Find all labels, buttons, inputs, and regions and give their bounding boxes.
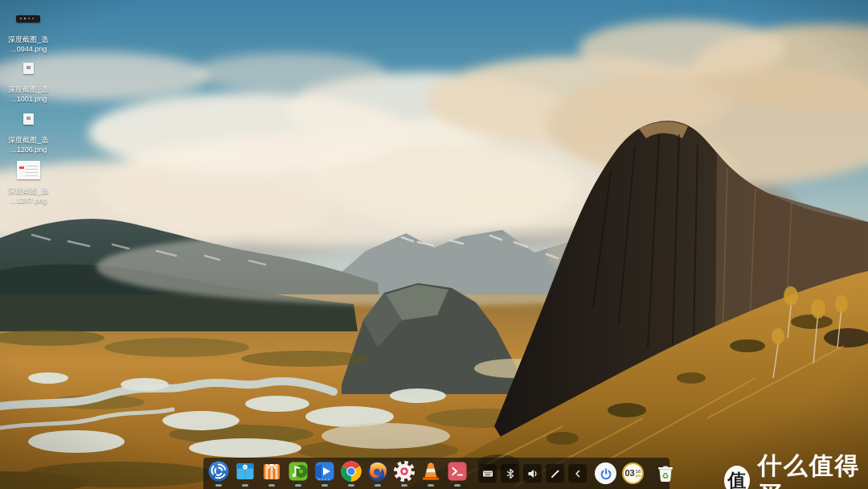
wallpaper-image xyxy=(0,0,868,489)
tray-bluetooth-button[interactable] xyxy=(501,464,519,483)
running-indicator xyxy=(401,484,407,487)
music-player-icon xyxy=(287,460,309,483)
file-thumbnail xyxy=(23,113,34,125)
file-name-line2: …0944.png xyxy=(10,44,47,54)
dock-app-music-player[interactable] xyxy=(287,458,309,488)
smzdm-watermark-text: 什么值得买 xyxy=(758,450,868,489)
collapse-left-icon xyxy=(572,468,583,479)
running-indicator xyxy=(295,484,301,487)
file-thumbnail xyxy=(16,15,40,23)
file-name-line1: 深度截图_选 xyxy=(8,186,48,195)
desktop-file-4[interactable]: 深度截图_选 …1247.png xyxy=(0,158,56,205)
dock-app-deepin-launcher[interactable] xyxy=(207,458,230,488)
vlc-icon xyxy=(420,460,442,483)
running-indicator xyxy=(375,484,381,487)
dock-app-firefox[interactable] xyxy=(366,458,389,488)
svg-text:♻: ♻ xyxy=(662,471,669,479)
dock-app-app-store[interactable] xyxy=(260,458,283,488)
tray-pen-button[interactable] xyxy=(546,464,564,483)
running-indicator xyxy=(454,484,461,487)
movie-player-icon xyxy=(313,460,336,483)
file-name-line2: …1247.png xyxy=(10,195,47,205)
file-name-line2: …1206.png xyxy=(10,145,47,154)
dock-app-file-manager[interactable] xyxy=(234,458,256,488)
clock-meridiem: pm xyxy=(636,474,641,478)
running-indicator xyxy=(428,484,434,487)
file-name-line1: 深度截图_选 xyxy=(8,35,48,44)
dock-tray-area xyxy=(478,464,587,483)
running-indicator xyxy=(348,484,354,487)
file-name-line1: 深度截图_选 xyxy=(8,84,48,94)
volume-icon xyxy=(527,468,538,479)
dock-app-area xyxy=(207,458,469,488)
bluetooth-icon xyxy=(505,468,516,479)
terminal-icon xyxy=(446,460,469,483)
clock-widget[interactable]: 03 16 pm xyxy=(622,462,644,484)
tray-volume-button[interactable] xyxy=(523,464,542,483)
dock-system-area: 03 16 pm ♻ xyxy=(595,462,677,485)
smzdm-watermark: 值 什么值得买 xyxy=(724,450,868,489)
pen-icon xyxy=(550,468,561,479)
running-indicator xyxy=(242,484,248,487)
power-icon xyxy=(600,467,612,480)
dock-app-terminal[interactable] xyxy=(446,458,469,488)
desktop-file-1[interactable]: 深度截图_选 …0944.png xyxy=(0,6,56,54)
desktop-file-3[interactable]: 深度截图_选 …1206.png xyxy=(0,107,56,154)
running-indicator xyxy=(321,484,328,487)
file-name-line1: 深度截图_选 xyxy=(8,135,48,145)
dock-app-movie-player[interactable] xyxy=(313,458,336,488)
tray-keyboard-button[interactable] xyxy=(478,464,497,483)
desktop-file-2[interactable]: 深度截图_选 …1001.png xyxy=(0,56,56,104)
control-center-icon xyxy=(393,460,416,483)
file-name-line2: …1001.png xyxy=(10,94,47,104)
firefox-icon xyxy=(366,460,389,483)
running-indicator xyxy=(215,484,222,487)
desktop-screen: { "desktop": { "icons": [ {"line1": "深度截… xyxy=(0,0,868,489)
file-thumbnail xyxy=(17,161,40,179)
dock-app-chrome[interactable] xyxy=(340,458,362,488)
chrome-icon xyxy=(340,460,362,483)
file-manager-icon xyxy=(234,460,256,483)
keyboard-icon xyxy=(482,468,493,479)
app-store-icon xyxy=(260,460,283,483)
tray-collapse-left-button[interactable] xyxy=(568,464,587,483)
dock-app-vlc[interactable] xyxy=(420,458,442,488)
dock-app-control-center[interactable] xyxy=(393,458,416,488)
trash-button[interactable]: ♻ xyxy=(654,462,677,485)
dock: 03 16 pm ♻ xyxy=(203,458,669,489)
running-indicator xyxy=(268,484,275,487)
trash-icon: ♻ xyxy=(655,463,676,484)
power-button[interactable] xyxy=(595,462,616,484)
clock-hour: 03 xyxy=(624,469,634,478)
deepin-launcher-icon xyxy=(207,460,230,483)
smzdm-logo-icon: 值 xyxy=(724,466,750,489)
file-thumbnail xyxy=(23,63,34,74)
